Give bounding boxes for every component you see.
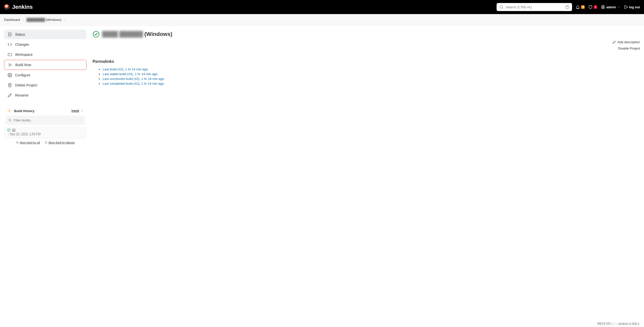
trend-link[interactable]: trend xyxy=(71,109,84,113)
filter-builds-input[interactable] xyxy=(14,118,77,122)
svg-point-4 xyxy=(601,5,605,9)
build-row[interactable]: #2 Nov 23, 2023, 1:54 PM xyxy=(4,127,87,138)
svg-line-14 xyxy=(10,112,11,112)
success-icon xyxy=(93,31,100,38)
logo-text: Jenkins xyxy=(12,4,33,10)
breadcrumb-dashboard[interactable]: Dashboard xyxy=(4,18,20,22)
permalink-last-stable[interactable]: Last stable build (#2), 1 hr 14 min ago xyxy=(103,72,157,76)
sidebar-item-delete-project[interactable]: Delete Project xyxy=(4,80,87,90)
security-badge: 1 xyxy=(594,5,597,9)
logout-icon xyxy=(624,5,628,9)
chevron-down-icon xyxy=(617,6,620,9)
sidebar-label: Workspace xyxy=(15,53,33,57)
svg-line-17 xyxy=(8,112,8,112)
shield-icon xyxy=(588,5,593,9)
logo-area[interactable]: Jenkins xyxy=(4,4,33,10)
security-button[interactable]: 1 xyxy=(588,5,597,9)
user-icon xyxy=(601,5,605,9)
permalink-last-successful[interactable]: Last successful build (#2), 1 hr 14 min … xyxy=(103,77,164,81)
svg-line-18 xyxy=(10,110,11,110)
atom-feed-failures[interactable]: Atom feed for failures xyxy=(45,141,75,144)
build-id-link[interactable]: #2 xyxy=(7,128,84,132)
search-icon xyxy=(8,118,12,122)
permalink-last-build[interactable]: Last build (#2), 1 hr 14 min ago xyxy=(103,67,148,71)
svg-point-0 xyxy=(500,6,503,8)
filter-key-hint: / xyxy=(79,119,83,122)
search-input[interactable] xyxy=(506,5,563,9)
svg-marker-8 xyxy=(9,64,11,66)
sidebar-item-changes[interactable]: Changes xyxy=(4,40,87,49)
logout-button[interactable]: log out xyxy=(624,5,640,9)
build-history-header: Build History trend xyxy=(4,106,87,116)
svg-point-10 xyxy=(9,110,10,112)
rss-icon xyxy=(45,141,48,144)
notifications-button[interactable]: 3 xyxy=(576,5,585,9)
svg-point-19 xyxy=(9,119,11,121)
play-icon xyxy=(8,63,12,67)
changes-icon xyxy=(8,42,12,47)
status-icon xyxy=(8,32,12,37)
page-body: Status Changes Workspace Build Now Confi… xyxy=(0,26,644,151)
disable-project-link[interactable]: Disable Project xyxy=(618,46,640,50)
help-icon[interactable] xyxy=(565,5,570,9)
breadcrumbs: Dashboard ████████ (Windows) xyxy=(0,14,644,26)
success-icon xyxy=(7,128,11,132)
search-icon xyxy=(499,5,504,9)
atom-feed-all[interactable]: Atom feed for all xyxy=(16,141,40,144)
sidebar-item-status[interactable]: Status xyxy=(4,30,87,39)
edit-icon xyxy=(8,93,12,98)
chevron-right-icon xyxy=(63,19,66,21)
sidebar-item-configure[interactable]: Configure xyxy=(4,70,87,80)
permalink-last-completed[interactable]: Last completed build (#2), 1 hr 14 min a… xyxy=(103,82,164,85)
svg-line-20 xyxy=(11,121,11,122)
svg-line-1 xyxy=(502,8,503,9)
svg-point-5 xyxy=(602,6,604,7)
sidebar-label: Changes xyxy=(15,42,29,46)
feed-links: Atom feed for all Atom feed for failures xyxy=(4,138,87,147)
sidebar-item-rename[interactable]: Rename xyxy=(4,90,87,100)
build-history-title: Build History xyxy=(7,109,34,113)
add-description-link[interactable]: Add description xyxy=(612,40,640,44)
sidebar-label: Delete Project xyxy=(15,83,37,87)
build-history-panel: Build History trend / #2 Nov 23, 2023, 1… xyxy=(4,106,87,147)
header-right: 3 1 admin log out xyxy=(497,3,640,11)
svg-point-21 xyxy=(8,129,10,131)
job-title: ████ ██████ (Windows) xyxy=(102,31,172,37)
sidebar-label: Configure xyxy=(15,73,30,77)
side-panel: Status Changes Workspace Build Now Confi… xyxy=(4,30,87,147)
folder-icon xyxy=(8,52,12,57)
gear-icon xyxy=(8,73,12,77)
chevron-right-icon xyxy=(22,19,25,21)
right-actions: Add description Disable Project xyxy=(93,40,640,50)
permalinks-heading: Permalinks xyxy=(93,59,640,64)
bell-icon xyxy=(576,5,580,9)
sun-icon xyxy=(7,109,12,113)
svg-point-3 xyxy=(567,8,568,8)
top-header: Jenkins 3 1 admin log out xyxy=(0,0,644,14)
notification-badge: 3 xyxy=(581,5,585,9)
sidebar-label: Build Now xyxy=(15,63,31,67)
permalinks-section: Permalinks Last build (#2), 1 hr 14 min … xyxy=(93,59,640,85)
filter-builds-box[interactable]: / xyxy=(6,116,85,125)
trash-icon xyxy=(8,83,12,87)
user-menu[interactable]: admin xyxy=(601,5,620,9)
main-content: ████ ██████ (Windows) Add description Di… xyxy=(93,30,640,86)
jenkins-logo-icon xyxy=(4,4,10,10)
sidebar-item-workspace[interactable]: Workspace xyxy=(4,50,87,59)
svg-point-23 xyxy=(45,143,46,144)
svg-point-9 xyxy=(9,75,11,76)
breadcrumb-job[interactable]: ████████ (Windows) xyxy=(27,18,62,22)
sidebar-label: Status xyxy=(15,32,25,36)
search-box[interactable] xyxy=(497,3,572,11)
job-title-row: ████ ██████ (Windows) xyxy=(93,31,640,38)
user-label: admin xyxy=(606,5,616,9)
svg-line-13 xyxy=(8,110,8,110)
sidebar-item-build-now[interactable]: Build Now xyxy=(4,60,87,70)
chevron-down-icon xyxy=(80,109,84,112)
logout-label: log out xyxy=(629,5,640,9)
build-timestamp[interactable]: Nov 23, 2023, 1:54 PM xyxy=(9,132,84,136)
sidebar-label: Rename xyxy=(15,93,28,97)
edit-icon xyxy=(612,40,616,44)
rss-icon xyxy=(16,141,19,144)
svg-point-22 xyxy=(16,143,17,144)
